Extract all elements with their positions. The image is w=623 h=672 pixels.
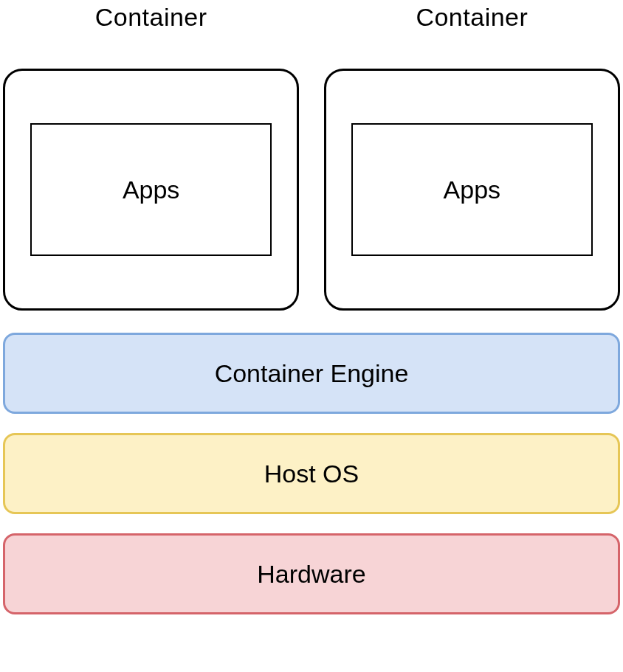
host-os-text: Host OS	[264, 460, 359, 488]
container-box-2: Apps	[324, 69, 620, 311]
hardware-layer: Hardware	[3, 533, 620, 614]
container-label-2: Container	[324, 3, 620, 32]
container-engine-text: Container Engine	[215, 359, 409, 388]
apps-label-1: Apps	[123, 176, 180, 204]
host-os-layer: Host OS	[3, 433, 620, 514]
apps-box-1: Apps	[30, 123, 272, 256]
apps-label-2: Apps	[444, 176, 501, 204]
container-label-1: Container	[3, 3, 299, 32]
apps-box-2: Apps	[351, 123, 593, 256]
containers-row: Apps Apps	[3, 69, 620, 311]
container-architecture-diagram: Container Container Apps Apps Container …	[3, 0, 620, 614]
hardware-text: Hardware	[257, 560, 365, 589]
container-labels-row: Container Container	[3, 3, 620, 32]
container-engine-layer: Container Engine	[3, 333, 620, 414]
container-box-1: Apps	[3, 69, 299, 311]
